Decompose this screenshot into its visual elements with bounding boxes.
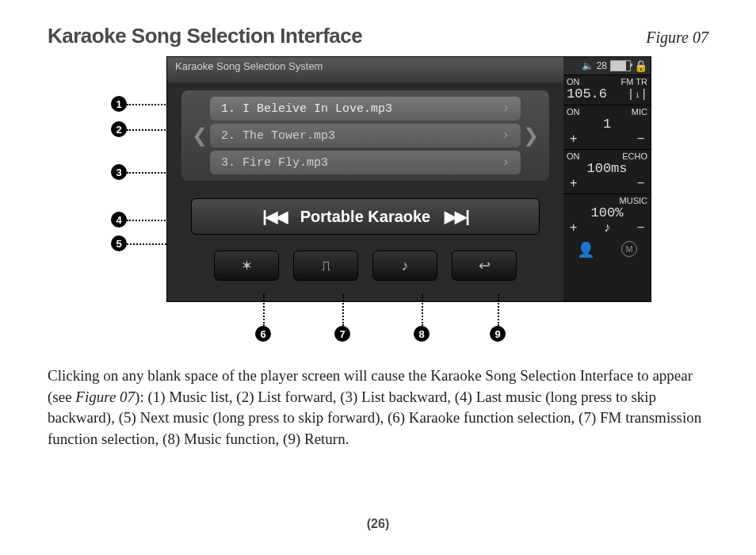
list-forward-button[interactable]: ❮ [189, 124, 210, 147]
bottom-button-row: ✶ ⎍ ♪ ↩ [167, 251, 563, 281]
on-label: ON [567, 77, 580, 86]
transport-label: Portable Karaoke [300, 208, 431, 226]
callout-2: 2 [111, 121, 127, 137]
volume-value: 28 [597, 60, 607, 71]
prev-track-button[interactable]: |◀◀ [262, 207, 286, 226]
song-list: 1. I Beleive In Love.mp3 › 2. The Tower.… [210, 97, 521, 174]
on-label: ON [567, 107, 580, 117]
chevron-left-icon: ❮ [192, 124, 208, 147]
chevron-right-icon: › [502, 155, 510, 170]
minus-icon[interactable]: − [637, 176, 644, 190]
fm-panel[interactable]: ON FM TR 105.6 |ᵢ| [563, 75, 651, 105]
figure-reference: Figure 07 [75, 388, 135, 405]
callout-9: 9 [490, 326, 506, 342]
music-panel[interactable]: MUSIC 100% + ♪ − [563, 193, 651, 238]
minus-icon[interactable]: − [637, 132, 644, 146]
song-list-box: ❮ 1. I Beleive In Love.mp3 › 2. The Towe… [181, 90, 549, 181]
user-icon[interactable]: 👤 [577, 241, 594, 258]
note-icon: ♪ [402, 258, 409, 274]
chevron-right-icon: › [502, 101, 510, 116]
chevron-right-icon: ❯ [523, 124, 539, 147]
list-backward-button[interactable]: ❯ [521, 124, 541, 147]
callout-line [422, 294, 423, 326]
lock-icon: 🔒 [634, 59, 647, 72]
song-row[interactable]: 2. The Tower.mp3 › [210, 124, 521, 147]
music-function-button[interactable]: ♪ [372, 251, 437, 281]
karaoke-function-button[interactable]: ✶ [214, 251, 279, 281]
song-title: 3. Fire Fly.mp3 [221, 156, 328, 170]
figure: 1 2 3 4 5 Karaoke Song Selection System … [103, 56, 705, 302]
status-bar: 🔈 28 🔒 [563, 57, 651, 75]
mic-label: MIC [632, 107, 647, 117]
next-track-button[interactable]: ▶▶| [445, 207, 468, 226]
signal-icon: |ᵢ| [628, 87, 647, 101]
callout-4: 4 [111, 212, 127, 228]
callout-8: 8 [414, 326, 430, 342]
on-label: ON [567, 151, 580, 161]
antenna-icon: ⎍ [322, 258, 330, 274]
transport-bar: |◀◀ Portable Karaoke ▶▶| [191, 198, 540, 235]
body-paragraph: Clicking on any blank space of the playe… [48, 366, 708, 450]
callout-7: 7 [334, 326, 350, 342]
callout-5: 5 [111, 235, 127, 251]
figure-label: Figure 07 [646, 29, 708, 47]
plus-icon[interactable]: + [570, 176, 577, 190]
song-title: 1. I Beleive In Love.mp3 [221, 102, 392, 116]
song-row[interactable]: 1. I Beleive In Love.mp3 › [210, 97, 521, 121]
minus-icon[interactable]: − [637, 220, 644, 235]
callout-1: 1 [111, 96, 127, 112]
mic-off-icon: ✶ [241, 257, 253, 274]
chevron-right-icon: › [502, 128, 510, 143]
note-icon: ♪ [604, 220, 610, 235]
side-panel-footer: 👤 M [563, 238, 651, 262]
page-number: (26) [0, 517, 756, 531]
fm-function-button[interactable]: ⎍ [293, 251, 358, 281]
volume-icon: 🔈 [582, 60, 594, 71]
callout-3: 3 [111, 164, 127, 180]
echo-panel[interactable]: ON ECHO 100ms + − [563, 149, 651, 193]
return-button[interactable]: ↩ [452, 251, 517, 281]
mic-panel[interactable]: ON MIC 1 + − [563, 105, 651, 149]
echo-label: ECHO [622, 151, 647, 161]
plus-icon[interactable]: + [570, 132, 577, 146]
plus-icon[interactable]: + [570, 220, 577, 235]
music-label: MUSIC [620, 196, 647, 205]
song-title: 2. The Tower.mp3 [221, 129, 335, 143]
callout-line [498, 294, 499, 326]
mode-icon[interactable]: M [621, 241, 637, 257]
page-title: Karaoke Song Selection Interface [48, 24, 362, 48]
mic-value: 1 [567, 117, 647, 132]
fm-label: FM TR [621, 77, 647, 86]
screen-title: Karaoke Song Selection System [167, 57, 563, 82]
battery-icon [610, 60, 631, 71]
echo-value: 100ms [567, 161, 647, 176]
callout-line [263, 294, 265, 326]
callout-line [342, 294, 344, 326]
song-row[interactable]: 3. Fire Fly.mp3 › [210, 151, 521, 174]
fm-frequency: 105.6 [567, 86, 607, 101]
side-panel: 🔈 28 🔒 ON FM TR 105.6 |ᵢ| [563, 57, 651, 301]
callout-6: 6 [255, 326, 271, 342]
main-area: Karaoke Song Selection System ❮ 1. I Bel… [167, 57, 563, 301]
return-icon: ↩ [479, 257, 491, 274]
music-value: 100% [567, 205, 647, 220]
device-screen: Karaoke Song Selection System ❮ 1. I Bel… [166, 56, 651, 302]
